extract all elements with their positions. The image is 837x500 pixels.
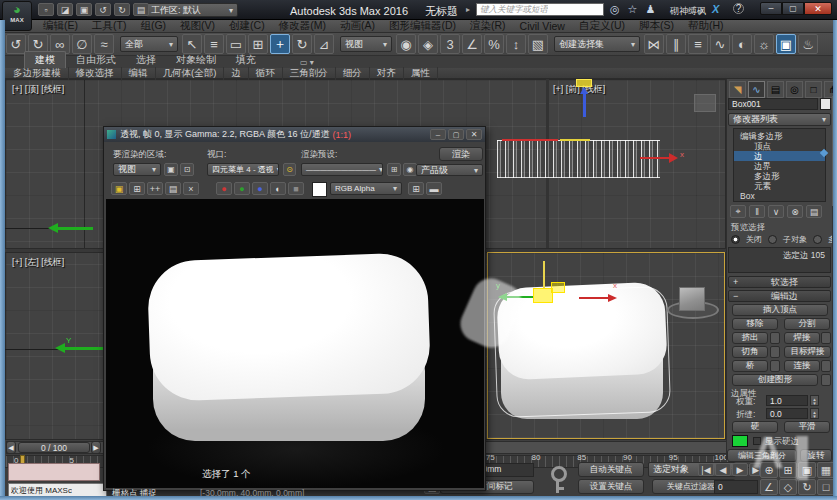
- menu-item[interactable]: 脚本(S): [632, 18, 681, 34]
- stack-item[interactable]: 编辑多边形: [734, 131, 825, 141]
- render-quality-dropdown[interactable]: 产品级: [416, 164, 483, 176]
- green-channel-icon[interactable]: ●: [234, 182, 250, 195]
- weight-spinner[interactable]: ▴▾: [810, 395, 819, 406]
- max-logo-button[interactable]: ◕ MAX: [2, 1, 32, 31]
- material-editor-icon[interactable]: ◐: [732, 34, 752, 54]
- preset-target-icon[interactable]: ◉: [403, 163, 417, 176]
- chamfer-button[interactable]: 切角: [732, 346, 768, 358]
- radio-off[interactable]: [731, 235, 740, 244]
- edit-edges-rollout[interactable]: −编辑边: [728, 290, 831, 302]
- make-unique-icon[interactable]: ∨: [768, 205, 784, 218]
- spinner-snap-icon[interactable]: ↕: [506, 34, 526, 54]
- window-maximize-button[interactable]: ▢: [782, 2, 804, 15]
- toggle-ui-icon[interactable]: ▬: [426, 182, 442, 195]
- window-close-button[interactable]: ✕: [804, 2, 832, 15]
- viewport-label-left[interactable]: [+] [左] [线框]: [12, 256, 64, 269]
- menu-item[interactable]: 创建(C): [222, 18, 272, 34]
- ribbon-panel-item[interactable]: 几何体(全部): [156, 67, 225, 80]
- orbit-icon[interactable]: ↻: [798, 479, 816, 495]
- layer-manager-icon[interactable]: ≡: [688, 34, 708, 54]
- tab-motion-icon[interactable]: ◎: [786, 81, 803, 98]
- create-shape-settings-button[interactable]: [821, 374, 831, 386]
- frame-number-field[interactable]: 0: [714, 480, 758, 494]
- lock-viewport-icon[interactable]: ⊙: [283, 163, 296, 176]
- menu-item[interactable]: 视图(V): [173, 18, 222, 34]
- radio-subobj[interactable]: [768, 235, 777, 244]
- menu-item[interactable]: 渲染(R): [463, 18, 513, 34]
- time-slider-prev[interactable]: ◀: [6, 441, 16, 454]
- area-to-render-dropdown[interactable]: 视图: [113, 163, 161, 176]
- search-icon[interactable]: ◎: [610, 3, 620, 16]
- render-minimize-button[interactable]: –: [430, 129, 446, 140]
- ribbon-panel-item[interactable]: 多边形建模: [6, 67, 69, 80]
- channel-display-dropdown[interactable]: RGB Alpha: [330, 182, 402, 195]
- use-pivot-icon[interactable]: ◉: [396, 34, 416, 54]
- menu-item[interactable]: 组(G): [133, 18, 173, 34]
- tab-create-icon[interactable]: ◥: [729, 81, 746, 98]
- render-preset-dropdown[interactable]: ——————————: [301, 163, 383, 176]
- selection-filter-dropdown[interactable]: 全部: [120, 36, 178, 52]
- blue-channel-icon[interactable]: ●: [252, 182, 268, 195]
- ribbon-panel-item[interactable]: 编辑: [122, 67, 156, 80]
- print-image-icon[interactable]: ▤: [165, 182, 181, 195]
- menu-item[interactable]: 图形编辑器(D): [382, 18, 463, 34]
- menu-item[interactable]: 自定义(U): [572, 18, 632, 34]
- monochrome-icon[interactable]: ■: [288, 182, 304, 195]
- undo-icon[interactable]: ↺: [6, 34, 26, 54]
- extrude-settings-button[interactable]: [770, 332, 780, 344]
- menu-item[interactable]: 编辑(E): [36, 18, 85, 34]
- stack-item[interactable]: 多边形: [734, 171, 825, 181]
- auto-region-icon[interactable]: ⊡: [180, 163, 194, 176]
- redo-icon[interactable]: ↻: [114, 3, 130, 16]
- object-name-field[interactable]: Box001: [728, 98, 818, 110]
- crease-spinner[interactable]: ▴▾: [810, 408, 819, 419]
- modifier-list-dropdown[interactable]: 修改器列表: [728, 113, 831, 126]
- search-input[interactable]: 键入关键字或短语: [476, 3, 604, 16]
- curve-editor-icon[interactable]: ∿: [710, 34, 730, 54]
- signin-user-icon[interactable]: ♟: [645, 3, 655, 16]
- crossing-icon[interactable]: ⊞: [248, 34, 268, 54]
- ribbon-panel-item[interactable]: 循环: [249, 67, 283, 80]
- search-collapse-icon[interactable]: ▸: [466, 5, 470, 14]
- ribbon-minimize-icon[interactable]: ▭ ▾: [300, 58, 314, 67]
- menu-item[interactable]: 修改器(M): [272, 18, 333, 34]
- remove-button[interactable]: 移除: [732, 318, 778, 330]
- rendered-frame-icon[interactable]: ▣: [776, 34, 796, 54]
- red-channel-icon[interactable]: ●: [216, 182, 232, 195]
- connect-settings-button[interactable]: [821, 360, 831, 372]
- render-production-icon[interactable]: ♨: [798, 34, 818, 54]
- ribbon-panel-item[interactable]: 对齐: [370, 67, 404, 80]
- background-color-swatch[interactable]: [312, 182, 327, 197]
- bridge-settings-button[interactable]: [770, 360, 780, 372]
- rotate-icon[interactable]: ↻: [292, 34, 312, 54]
- stack-item[interactable]: 边界: [734, 161, 825, 171]
- weight-field[interactable]: 1.0: [766, 395, 808, 406]
- crease-field[interactable]: 0.0: [766, 408, 808, 419]
- hard-edge-color-swatch[interactable]: [732, 435, 748, 447]
- align-icon[interactable]: ∥: [666, 34, 686, 54]
- pin-stack-icon[interactable]: ⌖: [730, 205, 746, 218]
- bridge-button[interactable]: 桥: [732, 360, 768, 372]
- gizmo-plane-2[interactable]: [551, 282, 565, 293]
- percent-snap-icon[interactable]: %: [484, 34, 504, 54]
- go-start-button[interactable]: |◀: [698, 463, 714, 476]
- menu-item[interactable]: 帮助(H): [681, 18, 731, 34]
- viewcube[interactable]: [679, 287, 705, 311]
- tab-modify-icon[interactable]: ∿: [748, 81, 765, 98]
- configure-sets-icon[interactable]: ▤: [806, 205, 822, 218]
- help-icon[interactable]: ?: [733, 3, 744, 14]
- chamfer-settings-button[interactable]: [770, 346, 780, 358]
- new-file-icon[interactable]: ▫: [38, 3, 54, 16]
- soft-selection-rollout[interactable]: +软选择: [728, 276, 831, 288]
- named-selection-edit-icon[interactable]: ▧: [528, 34, 548, 54]
- select-manipulate-icon[interactable]: ◈: [418, 34, 438, 54]
- render-maximize-button[interactable]: ▢: [448, 129, 464, 140]
- render-window[interactable]: 透视, 帧 0, 显示 Gamma: 2.2, RGBA 颜色 16 位/通道 …: [103, 126, 486, 491]
- viewport-label-top[interactable]: [+] [顶] [线框]: [12, 83, 64, 96]
- clone-window-icon[interactable]: ⊞: [129, 182, 145, 195]
- reference-coordinate-dropdown[interactable]: 视图: [340, 36, 392, 52]
- object-color-swatch[interactable]: [820, 98, 831, 110]
- front-viewcube[interactable]: [694, 94, 716, 112]
- render-window-titlebar[interactable]: 透视, 帧 0, 显示 Gamma: 2.2, RGBA 颜色 16 位/通道 …: [104, 127, 485, 142]
- pan-icon[interactable]: ◇: [779, 479, 797, 495]
